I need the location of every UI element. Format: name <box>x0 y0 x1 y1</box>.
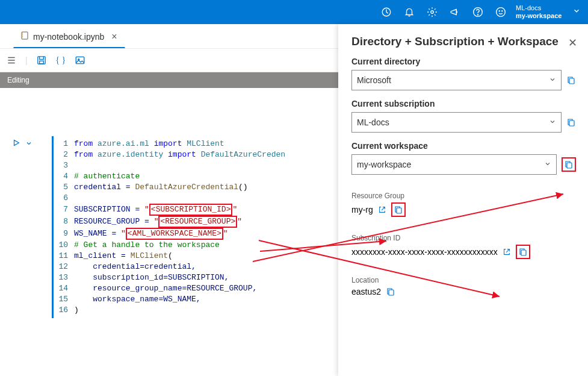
svg-rect-9 <box>39 61 43 64</box>
run-cell-button[interactable] <box>12 139 20 149</box>
code-cell[interactable]: 1from azure.ai.ml import MLClient 2from … <box>52 136 329 318</box>
notebook-icon <box>20 31 29 42</box>
line-number: 8 <box>54 216 74 227</box>
copy-icon[interactable] <box>394 205 403 215</box>
resource-group-value: my-rg <box>351 205 373 215</box>
svg-rect-10 <box>76 57 84 63</box>
subscription-id-placeholder: <SUBSCRIPTION_ID> <box>149 204 233 216</box>
svg-point-6 <box>502 11 503 11</box>
chevron-down-icon[interactable] <box>572 7 581 17</box>
svg-rect-15 <box>397 208 401 213</box>
workspace-label: Current workspace <box>351 141 576 151</box>
help-icon[interactable] <box>472 7 483 17</box>
smile-icon[interactable] <box>495 7 506 17</box>
svg-point-4 <box>497 8 506 17</box>
tenant-bottom-label: my-workspace <box>516 12 564 20</box>
line-number: 9 <box>54 228 74 239</box>
megaphone-icon[interactable] <box>450 7 460 17</box>
line-number: 4 <box>54 171 74 182</box>
copy-icon[interactable] <box>564 160 574 169</box>
copy-workspace-highlight <box>562 157 576 172</box>
resource-group-label: Resource Group <box>351 192 576 200</box>
gear-icon[interactable] <box>427 7 438 17</box>
svg-point-1 <box>431 11 434 14</box>
line-number: 13 <box>54 272 74 283</box>
braces-icon[interactable]: { } <box>55 55 66 66</box>
close-icon[interactable]: ✕ <box>568 36 577 49</box>
line-number: 5 <box>54 182 74 193</box>
tenant-top-label: ML-docs <box>516 4 564 12</box>
notebook-tab[interactable]: my-notebook.ipynb × <box>13 25 125 48</box>
topbar-icons <box>381 7 506 17</box>
svg-rect-13 <box>569 121 574 126</box>
svg-rect-17 <box>389 290 394 295</box>
line-number: 2 <box>54 149 74 160</box>
workspace-value: my-workspace <box>357 160 411 169</box>
bell-icon[interactable] <box>404 7 415 17</box>
subscription-id-value: xxxxxxxx-xxxx-xxxx-xxxx-xxxxxxxxxxxx <box>351 247 498 257</box>
external-link-icon[interactable] <box>503 248 511 256</box>
line-number: 1 <box>54 139 74 149</box>
subscription-label: Current subscription <box>351 99 576 108</box>
copy-icon[interactable] <box>566 75 576 85</box>
copy-icon[interactable] <box>518 247 528 257</box>
location-label: Location <box>351 276 576 284</box>
directory-label: Current directory <box>351 57 576 66</box>
external-link-icon[interactable] <box>378 205 386 214</box>
directory-select[interactable]: Microsoft <box>351 70 562 90</box>
workspace-switcher[interactable]: ML-docs my-workspace <box>516 4 564 20</box>
line-number: 11 <box>54 251 74 262</box>
save-icon[interactable] <box>36 55 47 66</box>
copy-icon[interactable] <box>386 287 395 296</box>
line-number: 12 <box>54 262 74 272</box>
directory-value: Microsoft <box>357 75 391 85</box>
svg-point-5 <box>499 11 500 11</box>
workspace-panel: ✕ Directory + Subscription + Workspace C… <box>338 24 588 376</box>
svg-rect-12 <box>569 78 574 84</box>
svg-point-3 <box>477 14 478 15</box>
line-number: 6 <box>54 193 74 204</box>
svg-rect-14 <box>567 163 572 168</box>
image-icon[interactable] <box>75 55 85 66</box>
run-menu-chevron-icon[interactable] <box>25 139 32 149</box>
chevron-down-icon <box>549 118 556 127</box>
location-value: eastus2 <box>351 287 381 296</box>
top-bar: ML-docs my-workspace <box>0 0 588 24</box>
resource-group-placeholder: <RESOURCE_GROUP> <box>158 216 237 228</box>
close-icon[interactable]: × <box>111 32 117 42</box>
svg-rect-8 <box>37 57 45 64</box>
subscription-value: ML-docs <box>357 118 389 127</box>
menu-icon[interactable] <box>6 55 17 66</box>
cell-run-controls <box>12 139 32 149</box>
clock-icon[interactable] <box>381 7 392 17</box>
subscription-select[interactable]: ML-docs <box>351 112 562 133</box>
line-number: 15 <box>54 294 74 305</box>
copy-subid-highlight <box>516 245 530 259</box>
copy-rg-highlight <box>391 202 406 217</box>
copy-icon[interactable] <box>566 118 576 127</box>
workspace-select[interactable]: my-workspace <box>351 154 557 175</box>
line-number: 7 <box>54 204 74 215</box>
status-left: Editing <box>7 76 29 84</box>
panel-title: Directory + Subscription + Workspace <box>351 35 576 48</box>
tab-label: my-notebook.ipynb <box>33 32 104 42</box>
line-number: 16 <box>54 305 74 316</box>
chevron-down-icon <box>544 160 551 169</box>
svg-rect-16 <box>521 250 526 255</box>
line-number: 10 <box>54 240 74 251</box>
chevron-down-icon <box>549 75 556 85</box>
line-number: 14 <box>54 283 74 294</box>
workspace-name-placeholder: <AML_WORKSPACE_NAME> <box>126 228 223 240</box>
subscription-id-label: Subscription ID <box>351 234 576 242</box>
line-number: 3 <box>54 160 74 171</box>
